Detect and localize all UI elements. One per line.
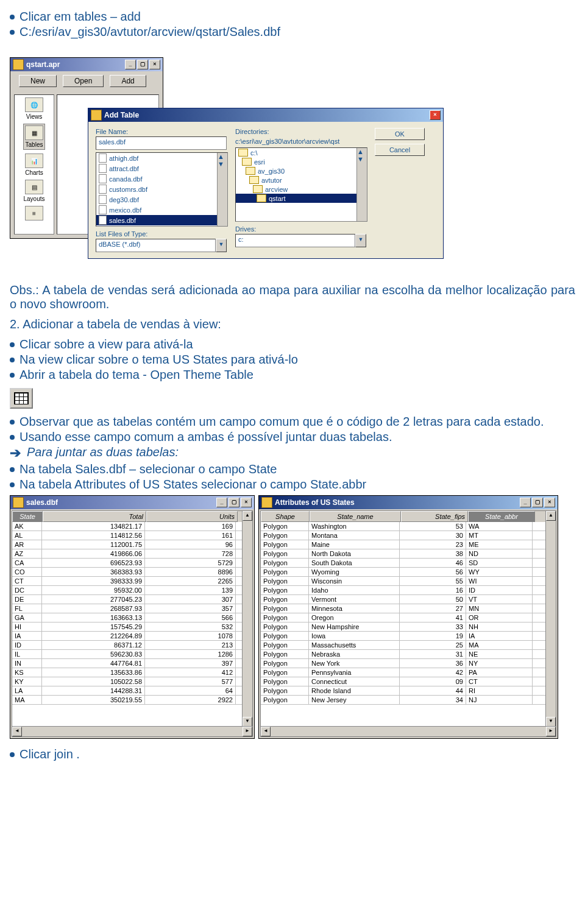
scrollbar[interactable]: ▲ ▼ (356, 148, 367, 221)
sidebar-item-more[interactable]: ≡ (25, 206, 43, 222)
table-row[interactable]: PolygonMaine23ME (261, 540, 556, 549)
col-state[interactable]: State (12, 511, 43, 522)
file-item[interactable]: states.dbf (96, 225, 227, 227)
table-row[interactable]: KS135633.86412 (12, 668, 252, 677)
minimize-button[interactable]: _ (520, 498, 531, 507)
qstart-titlebar[interactable]: qstart.apr _ ▢ × (10, 58, 163, 71)
table-row[interactable]: PolygonOregon41OR (261, 613, 556, 622)
table-row[interactable]: MA350219.552922 (12, 696, 252, 705)
file-item[interactable]: mexico.dbf (96, 205, 227, 215)
scroll-down-icon[interactable]: ▼ (218, 160, 227, 168)
table-row[interactable]: PolygonMontana30MT (261, 531, 556, 540)
new-button[interactable]: New (19, 75, 57, 87)
table-row[interactable]: PolygonSouth Dakota46SD (261, 559, 556, 568)
list-type-combo[interactable]: dBASE (*.dbf) ▼ (96, 239, 227, 252)
scroll-up-icon[interactable]: ▲ (546, 511, 556, 521)
sidebar-item-views[interactable]: 🌐 Views (25, 97, 43, 120)
sidebar-item-charts[interactable]: 📊 Charts (25, 153, 43, 176)
table-row[interactable]: PolygonMinnesota27MN (261, 604, 556, 613)
scroll-right-icon[interactable]: ► (546, 727, 556, 736)
col-state-abbr[interactable]: State_abbr (468, 511, 535, 522)
file-item[interactable]: canada.dbf (96, 174, 227, 184)
table-row[interactable]: PolygonNew York36NY (261, 659, 556, 668)
file-name-field[interactable]: sales.dbf (96, 136, 227, 150)
close-button[interactable]: × (430, 110, 441, 120)
table-row[interactable]: FL268587.93357 (12, 604, 252, 613)
col-state-name[interactable]: State_name (310, 511, 401, 522)
col-total[interactable]: Total (43, 511, 146, 522)
table-row[interactable]: AZ419866.06728 (12, 549, 252, 559)
scroll-down-icon[interactable]: ▼ (546, 717, 556, 727)
table-row[interactable]: AK134821.17169 (12, 522, 252, 531)
dir-item[interactable]: c:\ (236, 148, 367, 157)
dir-item[interactable]: qstart (236, 194, 367, 203)
table-row[interactable]: CT398333.992265 (12, 577, 252, 586)
table-row[interactable]: DE277045.23307 (12, 595, 252, 604)
dir-listbox[interactable]: c:\esriav_gis30avtutorarcviewqstart ▲ ▼ (235, 147, 367, 222)
col-state-fips[interactable]: State_fips (401, 511, 468, 522)
table-row[interactable]: PolygonNew Jersey34NJ (261, 696, 556, 705)
close-button[interactable]: × (149, 60, 160, 69)
file-item[interactable]: deg30.dbf (96, 194, 227, 205)
scroll-up-icon[interactable]: ▲ (243, 511, 252, 521)
file-item[interactable]: sales.dbf (96, 215, 227, 225)
file-item[interactable]: customrs.dbf (96, 184, 227, 194)
table-row[interactable]: PolygonWashington53WA (261, 522, 556, 531)
table-row[interactable]: IN447764.81397 (12, 659, 252, 668)
table-row[interactable]: PolygonNew Hampshire33NH (261, 622, 556, 632)
maximize-button[interactable]: ▢ (137, 60, 148, 69)
scroll-left-icon[interactable]: ◄ (12, 727, 22, 736)
open-theme-table-button[interactable] (10, 388, 33, 409)
scrollbar-vertical[interactable]: ▲▼ (545, 511, 556, 727)
attrs-titlebar[interactable]: Attributes of US States _ ▢ × (259, 496, 558, 509)
add-button[interactable]: Add (110, 75, 146, 87)
table-row[interactable]: PolygonWyoming56WY (261, 568, 556, 577)
table-row[interactable]: IL596230.831286 (12, 650, 252, 659)
col-units[interactable]: Units (146, 511, 238, 522)
table-row[interactable]: PolygonRhode Island44RI (261, 686, 556, 696)
add-table-titlebar[interactable]: Add Table × (88, 108, 443, 122)
maximize-button[interactable]: ▢ (532, 498, 543, 507)
maximize-button[interactable]: ▢ (229, 498, 239, 507)
open-button[interactable]: Open (63, 75, 104, 87)
file-item[interactable]: athigh.dbf (96, 153, 227, 163)
sidebar-item-tables[interactable]: ▦ Tables (23, 124, 45, 150)
table-row[interactable]: LA144288.3164 (12, 686, 252, 696)
minimize-button[interactable]: _ (216, 498, 227, 507)
close-button[interactable]: × (241, 498, 252, 507)
sales-titlebar[interactable]: sales.dbf _ ▢ × (10, 496, 254, 509)
file-listbox[interactable]: athigh.dbfattract.dbfcanada.dbfcustomrs.… (96, 152, 228, 227)
scrollbar-vertical[interactable]: ▲▼ (242, 511, 252, 727)
dropdown-icon[interactable]: ▼ (355, 234, 366, 247)
file-item[interactable]: attract.dbf (96, 163, 227, 174)
table-row[interactable]: DC95932.00139 (12, 586, 252, 595)
dir-item[interactable]: arcview (236, 185, 367, 194)
table-row[interactable]: PolygonVermont50VT (261, 595, 556, 604)
table-row[interactable]: GA163663.13566 (12, 613, 252, 622)
scroll-left-icon[interactable]: ◄ (261, 727, 271, 736)
cancel-button[interactable]: Cancel (375, 144, 425, 156)
table-row[interactable]: AL114812.56161 (12, 531, 252, 540)
table-row[interactable]: CA696523.935729 (12, 559, 252, 568)
dropdown-icon[interactable]: ▼ (216, 239, 227, 252)
table-row[interactable]: PolygonPennsylvania42PA (261, 668, 556, 677)
minimize-button[interactable]: _ (125, 60, 136, 69)
drives-combo[interactable]: c: ▼ (235, 234, 366, 247)
scroll-up-icon[interactable]: ▲ (357, 148, 367, 155)
scrollbar-horizontal[interactable]: ◄► (261, 726, 556, 736)
table-row[interactable]: AR112001.7596 (12, 540, 252, 549)
col-shape[interactable]: Shape (261, 511, 310, 522)
table-row[interactable]: PolygonWisconsin55WI (261, 577, 556, 586)
table-row[interactable]: IA212264.891078 (12, 632, 252, 641)
dir-item[interactable]: esri (236, 157, 367, 166)
scroll-right-icon[interactable]: ► (243, 727, 252, 736)
scroll-up-icon[interactable]: ▲ (218, 153, 227, 160)
table-row[interactable]: PolygonIowa19IA (261, 632, 556, 641)
scrollbar-horizontal[interactable]: ◄► (12, 726, 252, 736)
dir-item[interactable]: av_gis30 (236, 166, 367, 175)
table-row[interactable]: KY105022.58577 (12, 677, 252, 686)
dir-item[interactable]: avtutor (236, 175, 367, 185)
table-row[interactable]: CO368383.938896 (12, 568, 252, 577)
scroll-down-icon[interactable]: ▼ (357, 155, 367, 163)
scrollbar[interactable]: ▲ ▼ (217, 153, 227, 226)
